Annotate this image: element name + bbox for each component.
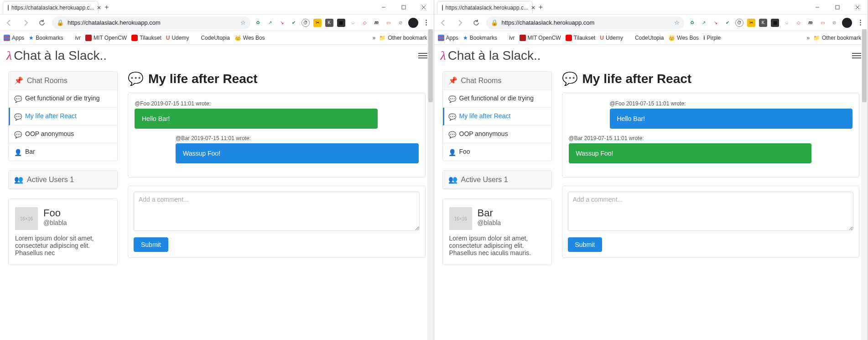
extension-icon[interactable]: ♻ — [688, 19, 696, 27]
scrollbar-thumb[interactable] — [428, 29, 433, 102]
room-item[interactable]: 💬My life after React — [443, 108, 551, 126]
bookmark-item[interactable]: MIT OpenCW — [85, 35, 127, 41]
extension-icon[interactable]: K — [325, 19, 333, 27]
extension-icon[interactable]: ▦ — [771, 19, 779, 27]
nav-back-button[interactable] — [3, 16, 16, 29]
user-handle: @blabla — [43, 219, 67, 226]
bookmark-item[interactable]: ivr — [68, 35, 81, 41]
extension-icon[interactable]: ◇ — [361, 19, 369, 27]
bookmark-item[interactable]: 👑Wes Bos — [234, 35, 265, 41]
bookmark-overflow[interactable]: » — [373, 35, 376, 41]
bookmark-item[interactable]: 👑Wes Bos — [668, 35, 699, 41]
bookmark-item[interactable]: Tilaukset — [566, 35, 596, 41]
composer: Submit — [562, 186, 860, 258]
submit-button[interactable]: Submit — [134, 237, 168, 252]
extension-icon[interactable]: ☺ — [349, 19, 357, 27]
browser-tab[interactable]: https://chatalaslack.herokuapp.c... ✕ — [3, 1, 99, 14]
extension-icon[interactable]: ⏱ — [735, 19, 743, 27]
new-tab-button[interactable]: + — [535, 2, 546, 13]
room-item[interactable]: 💬My life after React — [9, 108, 117, 126]
browser-menu-button[interactable] — [422, 20, 431, 26]
browser-menu-button[interactable] — [856, 20, 865, 26]
bookmark-item[interactable]: CodeUtopia — [193, 35, 229, 41]
nav-forward-button[interactable] — [453, 16, 466, 29]
browser-tab[interactable]: https://chatalaslack.herokuapp.c... ✕ — [437, 1, 533, 14]
extension-icon[interactable]: ↘ — [712, 19, 720, 27]
bookmark-item[interactable]: UUdemy — [166, 35, 189, 41]
minimize-button[interactable] — [374, 0, 394, 15]
extension-icon[interactable]: ✂ — [747, 19, 755, 27]
profile-avatar[interactable] — [842, 18, 852, 28]
comment-input[interactable] — [568, 192, 854, 231]
hamburger-icon[interactable] — [418, 53, 427, 58]
extension-icon[interactable]: ⏱ — [301, 19, 310, 27]
url-input[interactable]: 🔒 https://chatalaslack.herokuapp.com ☆ — [486, 16, 685, 29]
extension-icon[interactable]: ✔ — [723, 19, 732, 27]
extension-icon[interactable]: ⊘ — [396, 19, 405, 27]
bookmark-item[interactable]: Apps — [4, 35, 24, 41]
maximize-button[interactable] — [827, 0, 847, 15]
extension-icon[interactable]: m — [806, 19, 815, 27]
comment-input[interactable] — [134, 192, 420, 231]
room-item[interactable]: 💬OOP anonymous — [9, 126, 117, 143]
bookmark-item[interactable]: UUdemy — [600, 35, 623, 41]
close-icon[interactable]: ✕ — [531, 5, 535, 11]
room-item[interactable]: 👤Bar — [9, 143, 117, 161]
extension-icon[interactable]: ✂ — [313, 19, 322, 27]
profile-avatar[interactable] — [408, 18, 418, 28]
bookmark-item[interactable]: iPirple — [703, 35, 721, 41]
room-item[interactable]: 💬Get functional or die trying — [443, 90, 551, 108]
bookmark-item[interactable]: ivr — [502, 35, 515, 41]
room-item[interactable]: 👤Foo — [443, 143, 551, 161]
extension-icon[interactable]: ↗ — [700, 19, 708, 27]
star-icon[interactable]: ☆ — [240, 19, 246, 26]
user-bio: Lorem ipsum dolor sit amet, consectetur … — [15, 235, 111, 256]
scrollbar-thumb[interactable] — [862, 29, 867, 102]
bookmark-item[interactable]: CodeUtopia — [628, 35, 664, 41]
close-button[interactable] — [847, 0, 868, 15]
bookmark-overflow[interactable]: » — [806, 35, 810, 41]
extension-icon[interactable]: ☺ — [783, 19, 791, 27]
hamburger-icon[interactable] — [852, 53, 861, 58]
extension-icon[interactable]: ✔ — [290, 19, 298, 27]
extension-icon[interactable]: ↗ — [266, 19, 274, 27]
url-input[interactable]: 🔒 https://chatalaslack.herokuapp.com ☆ — [52, 16, 250, 29]
bookmark-item[interactable]: ★Bookmarks — [29, 35, 63, 41]
extension-icon[interactable]: ◇ — [795, 19, 803, 27]
other-bookmarks[interactable]: 📁Other bookmarks — [813, 35, 864, 41]
extension-icon[interactable]: ▭ — [818, 19, 826, 27]
extension-icon[interactable]: K — [759, 19, 767, 27]
submit-button[interactable]: Submit — [568, 237, 603, 252]
close-icon[interactable]: ✕ — [97, 5, 101, 11]
minimize-button[interactable] — [807, 0, 827, 15]
user-handle: @blabla — [478, 219, 501, 226]
bookmark-item[interactable]: Tilaukset — [131, 35, 161, 41]
window-controls — [807, 0, 868, 15]
reload-button[interactable] — [36, 16, 48, 29]
close-button[interactable] — [414, 0, 434, 15]
scrollbar[interactable] — [427, 29, 434, 340]
extension-icon[interactable]: ♻ — [254, 19, 262, 27]
room-item[interactable]: 💬OOP anonymous — [443, 126, 551, 143]
nav-back-button[interactable] — [437, 16, 450, 29]
other-bookmarks[interactable]: 📁Other bookmarks — [379, 35, 430, 41]
room-item[interactable]: 💬Get functional or die trying — [9, 90, 117, 108]
extension-icon[interactable]: ↘ — [278, 19, 286, 27]
messages-panel: @Foo 2019-07-15 11:01 wrote: Hello Bar! … — [562, 93, 860, 178]
extension-icon[interactable]: ⊘ — [830, 19, 838, 27]
nav-forward-button[interactable] — [19, 16, 32, 29]
scrollbar[interactable] — [861, 29, 868, 340]
maximize-button[interactable] — [394, 0, 414, 15]
tabstrip: https://chatalaslack.herokuapp.c... ✕ + — [434, 0, 546, 15]
extension-icon[interactable]: ▦ — [337, 19, 345, 27]
new-tab-button[interactable]: + — [101, 2, 112, 13]
extension-icon[interactable]: ▭ — [385, 19, 393, 27]
reload-button[interactable] — [470, 16, 483, 29]
star-icon[interactable]: ☆ — [674, 19, 680, 26]
bookmark-item[interactable]: Apps — [438, 35, 458, 41]
chat-icon: 💬 — [448, 113, 456, 120]
extension-icon[interactable]: m — [373, 19, 381, 27]
bookmark-item[interactable]: ★Bookmarks — [463, 35, 497, 41]
extension-icons: ♻ ↗ ↘ ✔ ⏱ ✂ K ▦ ☺ ◇ m ▭ ⊘ — [688, 19, 838, 27]
bookmark-item[interactable]: MIT OpenCW — [520, 35, 561, 41]
